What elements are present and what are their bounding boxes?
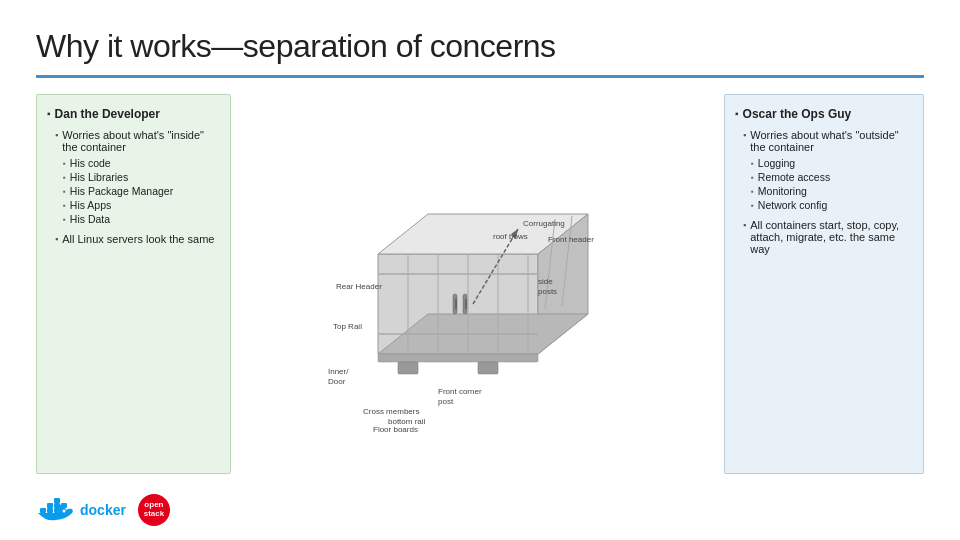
svg-text:Floor boards: Floor boards	[373, 425, 418, 434]
openstack-icon: openstack	[138, 494, 170, 526]
slide-title: Why it works—separation of concerns	[36, 28, 924, 65]
left-panel: Dan the Developer Worries about what's "…	[36, 94, 231, 474]
svg-text:posts: posts	[538, 287, 557, 296]
svg-text:sking bars: sking bars	[330, 432, 366, 434]
bottom-logos: docker openstack	[36, 494, 170, 526]
docker-whale-icon	[36, 494, 76, 526]
svg-text:side: side	[538, 277, 553, 286]
svg-text:Top Rail: Top Rail	[333, 322, 362, 331]
left-item-libraries: His Libraries	[63, 171, 220, 183]
right-footer-bullet: All containers start, stop, copy, attach…	[743, 219, 913, 255]
svg-rect-45	[54, 498, 60, 503]
svg-text:roof bows: roof bows	[493, 232, 528, 241]
right-item-logging: Logging	[751, 157, 913, 169]
divider	[36, 75, 924, 78]
left-item-apps: His Apps	[63, 199, 220, 211]
svg-rect-42	[47, 503, 53, 508]
svg-point-46	[63, 510, 66, 513]
slide: Why it works—separation of concerns Dan …	[0, 0, 960, 540]
left-sub-bullet: Worries about what's "inside" the contai…	[55, 129, 220, 153]
content-area: Dan the Developer Worries about what's "…	[36, 94, 924, 474]
right-sub-bullet: Worries about what's "outside" the conta…	[743, 129, 913, 153]
right-panel: Oscar the Ops Guy Worries about what's "…	[724, 94, 924, 474]
left-main-bullet: Dan the Developer	[47, 107, 220, 121]
svg-rect-40	[47, 508, 53, 513]
left-item-code: His code	[63, 157, 220, 169]
right-main-bullet: Oscar the Ops Guy	[735, 107, 913, 121]
svg-rect-18	[398, 362, 418, 374]
svg-text:Cross members: Cross members	[363, 407, 419, 416]
container-svg: Corrugating Front header roof bows side …	[248, 134, 708, 434]
svg-text:Inner/: Inner/	[328, 367, 349, 376]
svg-text:Rear Header: Rear Header	[336, 282, 382, 291]
svg-rect-19	[478, 362, 498, 374]
svg-text:Door: Door	[328, 377, 346, 386]
container-image: Corrugating Front header roof bows side …	[248, 134, 708, 434]
left-item-package: His Package Manager	[63, 185, 220, 197]
svg-rect-39	[40, 508, 46, 513]
right-item-remote: Remote access	[751, 171, 913, 183]
docker-text-label: docker	[80, 502, 126, 518]
svg-text:Front header: Front header	[548, 235, 594, 244]
svg-rect-17	[378, 354, 538, 362]
left-footer-bullet: All Linux servers look the same	[55, 233, 220, 245]
left-item-data: His Data	[63, 213, 220, 225]
svg-text:Corrugating: Corrugating	[523, 219, 565, 228]
center-panel: Corrugating Front header roof bows side …	[231, 94, 724, 474]
openstack-logo: openstack	[138, 494, 170, 526]
right-item-network: Network config	[751, 199, 913, 211]
svg-text:post: post	[438, 397, 454, 406]
svg-text:Rear corner post: Rear corner post	[433, 432, 493, 434]
docker-logo: docker	[36, 494, 126, 526]
svg-text:Front corner: Front corner	[438, 387, 482, 396]
right-item-monitoring: Monitoring	[751, 185, 913, 197]
